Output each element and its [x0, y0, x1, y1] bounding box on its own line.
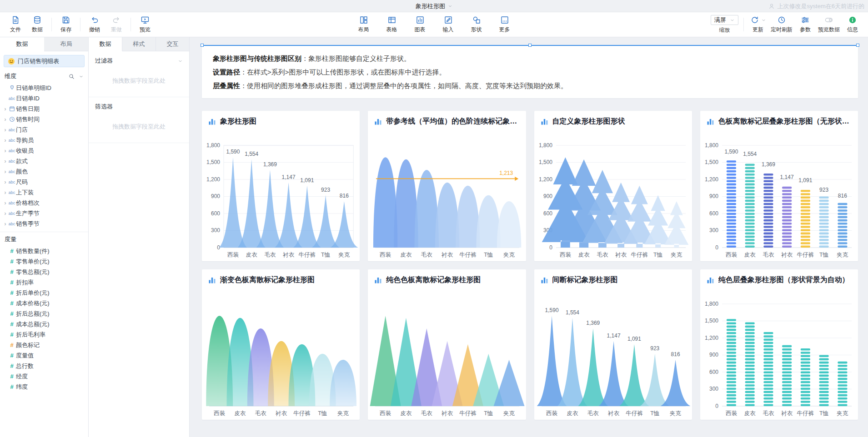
shape-button[interactable]: 形状 — [466, 15, 487, 34]
expand-caret-icon[interactable]: › — [3, 210, 8, 217]
save-icon — [61, 15, 70, 25]
measure-item[interactable]: › # 成本价格(元) — [0, 298, 88, 308]
dataset-name: 门店销售明细表 — [18, 57, 59, 65]
more-button[interactable]: 更多 — [494, 15, 516, 34]
svg-text:毛衣: 毛衣 — [264, 252, 276, 258]
expand-caret-icon[interactable]: › — [3, 169, 8, 175]
dimension-item[interactable]: › abc 日销单ID — [0, 93, 88, 104]
dimension-item[interactable]: › abc 尺码 — [0, 177, 88, 187]
preview-button[interactable]: 预览 — [134, 15, 156, 34]
expand-caret-icon[interactable]: › — [3, 106, 8, 112]
save-button[interactable]: 保存 — [55, 15, 77, 34]
data-sidebar: 数据 布局 门店销售明细表 维度 › 日销单明细ID › abc 日销单ID ›… — [0, 37, 89, 437]
measure-item[interactable]: › # 折扣率 — [0, 277, 88, 288]
file-button[interactable]: 文件 — [5, 15, 26, 34]
search-icon[interactable] — [68, 73, 75, 80]
expand-caret-icon[interactable]: › — [3, 221, 8, 227]
dimension-item[interactable]: › abc 导购员 — [0, 135, 88, 145]
layout-button[interactable]: 布局 — [353, 15, 375, 34]
expand-caret-icon[interactable]: › — [3, 200, 8, 206]
measure-item[interactable]: › # 零售总额(元) — [0, 267, 88, 277]
refresh-button[interactable]: 更新 — [747, 15, 769, 34]
pin-field-icon — [8, 85, 16, 91]
chart-button[interactable]: 图表 — [409, 15, 431, 34]
resize-handle[interactable] — [528, 44, 532, 47]
measure-item[interactable]: › # 销售数量(件) — [0, 246, 88, 256]
measures-label: 度量 — [5, 235, 16, 243]
table-button[interactable]: 表格 — [381, 15, 403, 34]
measure-item[interactable]: › # 颜色标记 — [0, 340, 88, 350]
chart-card[interactable]: 纯色层叠象形柱形图（形状背景为自动） 03006009001,2001,5001… — [700, 269, 858, 420]
measure-item[interactable]: › # 总行数 — [0, 361, 88, 371]
expand-caret-icon[interactable]: › — [3, 116, 8, 123]
dimension-item[interactable]: › abc 款式 — [0, 156, 88, 166]
filter-dropzone[interactable]: 拖拽数据字段至此处 — [95, 65, 183, 95]
undo-button[interactable]: 撤销 — [84, 15, 105, 34]
measure-item[interactable]: › # 折后毛利率 — [0, 329, 88, 340]
chart-card[interactable]: 自定义象形柱形图形状 03006009001,2001,5001,800西装皮衣… — [534, 111, 692, 261]
expand-caret-icon[interactable]: › — [3, 189, 8, 196]
chart-card[interactable]: 象形柱形图 03006009001,2001,5001,8001,5901,55… — [202, 111, 360, 261]
dataset-selector[interactable]: 门店销售明细表 — [4, 55, 85, 67]
measure-item[interactable]: › # 折后单价(元) — [0, 288, 88, 298]
svg-text:1,800: 1,800 — [705, 142, 718, 149]
field-label: 折扣率 — [16, 278, 34, 287]
tab-layout[interactable]: 布局 — [44, 37, 88, 51]
svg-text:牛仔裤: 牛仔裤 — [631, 252, 648, 258]
redo-button[interactable]: 重做 — [105, 15, 127, 34]
dimension-item[interactable]: › abc 销售季节 — [0, 218, 88, 229]
bar-chart-icon — [208, 276, 216, 284]
resize-handle[interactable] — [856, 44, 859, 47]
measure-item[interactable]: › # 纬度 — [0, 382, 88, 392]
measure-item[interactable]: › # 度量值 — [0, 350, 88, 361]
chevron-down-icon[interactable] — [79, 74, 84, 79]
dimension-item[interactable]: › 日销单明细ID — [0, 83, 88, 93]
expand-caret-icon[interactable]: › — [3, 137, 8, 144]
tab-panel-style[interactable]: 样式 — [122, 37, 156, 51]
input-button[interactable]: 输入 — [437, 15, 459, 34]
dimension-item[interactable]: › abc 门店 — [0, 124, 88, 135]
measure-item[interactable]: › # 折后总额(元) — [0, 308, 88, 319]
chart-card[interactable]: 色板离散标记层叠象形柱形图（无形状背景） 03006009001,2001,50… — [700, 111, 858, 261]
info-text-card[interactable]: 象形柱形图与传统柱形图区别：象形柱形图能够自定义柱子形状。 设置路径：在样式>系… — [202, 45, 858, 98]
chart-card[interactable]: 纯色色板离散标记象形柱形图 西装皮衣毛衣衬衣牛仔裤T恤夹克 — [368, 269, 526, 420]
undo-label: 撤销 — [89, 26, 100, 34]
dimension-item[interactable]: › abc 上下装 — [0, 187, 88, 198]
chart-plot-area: 03006009001,2001,5001,800西装皮衣毛衣衬衣牛仔裤T恤夹克 — [700, 290, 858, 420]
measure-item[interactable]: › # 零售单价(元) — [0, 256, 88, 267]
info-button[interactable]: 信息 — [842, 15, 863, 34]
more-label: 更多 — [499, 26, 510, 34]
dimension-item[interactable]: › abc 价格档次 — [0, 198, 88, 208]
tab-panel-interaction[interactable]: 交互 — [156, 37, 189, 51]
expand-caret-icon[interactable]: › — [3, 148, 8, 154]
file-icon — [11, 15, 20, 25]
tab-data[interactable]: 数据 — [0, 37, 44, 51]
chart-card[interactable]: 渐变色板离散标记象形柱形图 西装皮衣毛衣衬衣牛仔裤T恤夹克 — [202, 269, 360, 420]
dashboard-title-dropdown[interactable]: 象形柱形图 — [416, 0, 452, 12]
field-label: 门店 — [16, 126, 28, 134]
measure-item[interactable]: › # 经度 — [0, 371, 88, 382]
params-button[interactable]: 参数 — [794, 15, 816, 34]
selector-dropzone[interactable]: 拖拽数据字段至此处 — [95, 111, 183, 141]
expand-caret-icon[interactable]: › — [3, 158, 8, 164]
dimension-item[interactable]: › abc 收银员 — [0, 145, 88, 156]
measure-item[interactable]: › # 成本总额(元) — [0, 319, 88, 329]
dimension-item[interactable]: › abc 颜色 — [0, 166, 88, 177]
expand-caret-icon[interactable]: › — [3, 179, 8, 185]
expand-caret-icon[interactable]: › — [3, 127, 8, 133]
chevron-down-icon[interactable] — [178, 59, 183, 64]
field-label: 导购员 — [16, 136, 34, 144]
tab-panel-data[interactable]: 数据 — [89, 37, 122, 51]
dimension-item[interactable]: › 销售时间 — [0, 114, 88, 124]
data-button[interactable]: 数据 — [26, 15, 48, 34]
chart-card[interactable]: 带参考线（平均值）的色阶连续标记象形柱形图 1,213西装皮衣毛衣衬衣牛仔裤T恤… — [368, 111, 526, 261]
resize-handle[interactable] — [201, 44, 204, 47]
dimension-item[interactable]: › abc 生产季节 — [0, 208, 88, 218]
chart-card[interactable]: 间断标记象形柱形图 1,5901,5541,3691,1471,09192381… — [534, 269, 692, 420]
preview-data-toggle[interactable]: 预览数据 — [816, 15, 842, 34]
svg-text:1,200: 1,200 — [705, 335, 718, 341]
chart-plot-area: 1,5901,5541,3691,1471,091923816西装皮衣毛衣衬衣牛… — [534, 290, 692, 420]
dimension-item[interactable]: › 销售日期 — [0, 104, 88, 114]
timed-refresh-button[interactable]: 定时刷新 — [769, 15, 794, 34]
zoom-dropdown[interactable]: 满屏 — [711, 15, 738, 25]
